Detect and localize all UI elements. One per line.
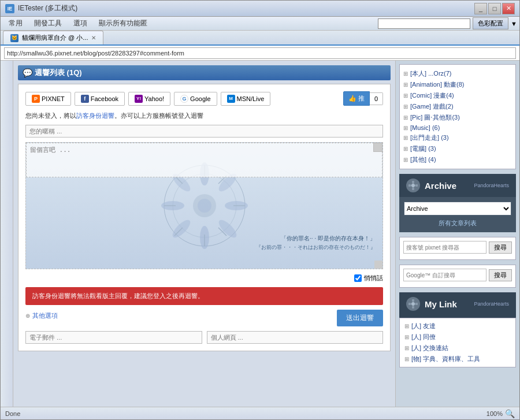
- cat-plus-icon-6: ⊞: [403, 135, 408, 141]
- zoom-icon: 🔍: [505, 409, 515, 418]
- google-search-input[interactable]: [403, 269, 486, 281]
- minimize-button[interactable]: _: [474, 3, 487, 14]
- other-options-row: ⊕ 其他選項: [25, 311, 58, 320]
- active-tab[interactable]: 🐱 貓爛用病罩自介 @ 小... ✕: [3, 31, 103, 44]
- comment-section-title: 週響列表 (1Q): [35, 68, 82, 78]
- mylink-item-2[interactable]: ⊞ [人] 交換連結: [404, 343, 511, 354]
- menu-item-options[interactable]: 選項: [68, 17, 93, 29]
- cat-item-0[interactable]: ⊞ [本人] ...Orz(7): [403, 68, 512, 79]
- decorative-text-japanese: 『お前の罪・・・それはお前の存在そのものだ！』: [256, 244, 376, 251]
- decorative-quote: 「你的罪名·· · 即是你的存在本身！」 『お前の罪・・・それはお前の存在そのも…: [256, 235, 376, 251]
- svg-point-26: [412, 299, 414, 302]
- other-options-toggle[interactable]: 其他選項: [32, 311, 58, 320]
- search-row-1: 搜尋: [403, 241, 512, 254]
- mylink-item-3[interactable]: ⊞ [物] 字典、資料庫、工具: [404, 354, 511, 365]
- right-sidebar: ⊞ [本人] ...Orz(7) ⊞ [Animation] 動畫(8) ⊞ […: [395, 61, 519, 407]
- cat-item-3[interactable]: ⊞ [Game] 遊戲(2): [403, 101, 512, 112]
- close-button[interactable]: ✕: [502, 3, 515, 14]
- archive-widget-header: Archive PandoraHearts: [399, 174, 516, 197]
- email-input[interactable]: [25, 331, 202, 344]
- left-sidebar: [1, 61, 13, 407]
- google-login-button[interactable]: G Google: [174, 92, 217, 106]
- yahoo-login-button[interactable]: Y! Yahoo!: [128, 92, 170, 106]
- mylink-label-0: [人] 友達: [411, 322, 436, 330]
- yahoo-label: Yahoo!: [144, 95, 164, 102]
- tab-bar: 🐱 貓爛用病罩自介 @ 小... ✕: [1, 31, 519, 46]
- textarea-resize-handle[interactable]: [373, 143, 382, 152]
- pixnet-search-button[interactable]: 搜尋: [489, 241, 512, 254]
- address-input[interactable]: [4, 47, 516, 59]
- cat-item-6[interactable]: ⊞ [出門走走] (3): [403, 132, 512, 143]
- maximize-button[interactable]: □: [488, 3, 501, 14]
- google-search-button[interactable]: 搜尋: [489, 269, 512, 281]
- window-controls: _ □ ✕: [474, 3, 515, 14]
- bottom-resize-handle[interactable]: [374, 261, 382, 269]
- msn-login-button[interactable]: M MSN/Live: [221, 92, 271, 106]
- mylink-item-1[interactable]: ⊞ [人] 同僚: [404, 332, 511, 343]
- svg-point-20: [411, 184, 415, 187]
- mylink-plus-2: ⊞: [404, 345, 409, 351]
- cat-item-1[interactable]: ⊞ [Animation] 動畫(8): [403, 79, 512, 90]
- facebook-label: Facebook: [91, 95, 118, 102]
- archive-widget-body: Archive 所有文章列表: [399, 197, 516, 232]
- cat-item-8[interactable]: ⊞ [其他] (4): [403, 154, 512, 165]
- nickname-input[interactable]: [25, 125, 383, 137]
- pixnet-login-button[interactable]: P PIXNET: [25, 92, 71, 106]
- comment-textarea[interactable]: [26, 143, 382, 177]
- svg-point-11: [198, 199, 211, 213]
- color-config-button[interactable]: 色彩配置: [473, 17, 508, 29]
- address-bar: [1, 46, 519, 61]
- mylink-plus-3: ⊞: [404, 356, 409, 362]
- decorative-text-chinese: 「你的罪名·· · 即是你的存在本身！」: [256, 235, 376, 243]
- mylink-plus-0: ⊞: [404, 323, 409, 329]
- main-area: 💬 週響列表 (1Q) P PIXNET f Facebook: [1, 61, 519, 407]
- tab-close-icon[interactable]: ✕: [91, 35, 96, 41]
- cat-item-4[interactable]: ⊞ [Pic] 圖‧其他類(3): [403, 112, 512, 123]
- browser-window: IE IETester (多工模式) _ □ ✕ 常用 開發工具 選項 顯示所有…: [0, 0, 520, 420]
- comment-form: P PIXNET f Facebook Y! Yahoo! G: [18, 84, 391, 351]
- cat-item-7[interactable]: ⊞ [電腦] (3): [403, 143, 512, 154]
- cat-label-6: [出門走走] (3): [410, 133, 449, 142]
- flower-icon: [408, 181, 418, 190]
- comment-area: 「你的罪名·· · 即是你的存在本身！」 『お前の罪・・・それはお前の存在そのも…: [25, 142, 383, 269]
- mylink-item-0[interactable]: ⊞ [人] 友達: [404, 321, 511, 332]
- submit-button[interactable]: 送出迴響: [337, 310, 383, 326]
- guest-link[interactable]: 訪客身份迴響: [76, 112, 114, 119]
- menu-search-area: 色彩配置 ▼: [378, 17, 517, 29]
- like-count: 0: [370, 92, 383, 105]
- facebook-login-button[interactable]: f Facebook: [75, 92, 125, 106]
- svg-point-23: [408, 184, 411, 187]
- window-title: IETester (多工模式): [18, 3, 474, 13]
- cat-plus-icon-0: ⊞: [403, 70, 408, 77]
- mylink-label-3: [物] 字典、資料庫、工具: [411, 355, 480, 363]
- menu-bar: 常用 開發工具 選項 顯示所有功能匿 色彩配置 ▼: [1, 17, 519, 31]
- mylink-widget-header: My Link PandoraHearts: [399, 292, 516, 315]
- yahoo-icon: Y!: [135, 95, 143, 103]
- whisper-row: 悄悄話: [25, 274, 383, 283]
- cat-plus-icon-3: ⊞: [403, 103, 408, 110]
- blog-area: 💬 週響列表 (1Q) P PIXNET f Facebook: [13, 61, 395, 407]
- pixnet-search-input[interactable]: [403, 241, 486, 254]
- zoom-label: 100%: [486, 410, 503, 417]
- mylink-widget: My Link PandoraHearts ⊞ [人] 友達 ⊞ [人] 同僚: [399, 292, 516, 367]
- cat-label-5: [Music] (6): [410, 124, 440, 131]
- title-bar: IE IETester (多工模式) _ □ ✕: [1, 1, 519, 17]
- menu-item-devtools[interactable]: 開發工具: [28, 17, 68, 29]
- mylink-plus-1: ⊞: [404, 334, 409, 340]
- category-list: ⊞ [本人] ...Orz(7) ⊞ [Animation] 動畫(8) ⊞ […: [399, 64, 516, 169]
- archive-select[interactable]: Archive: [404, 202, 511, 215]
- whisper-checkbox[interactable]: [354, 274, 362, 282]
- svg-point-21: [412, 181, 414, 184]
- bottom-inputs-row: [25, 331, 383, 344]
- svg-point-29: [415, 303, 418, 305]
- website-input[interactable]: [207, 331, 384, 344]
- like-button[interactable]: 👍 推: [343, 91, 370, 106]
- menu-item-common[interactable]: 常用: [3, 17, 28, 29]
- facebook-icon: f: [81, 95, 89, 103]
- menu-item-all[interactable]: 顯示所有功能匿: [93, 17, 153, 29]
- archive-all-link[interactable]: 所有文章列表: [404, 219, 511, 228]
- menu-search-input[interactable]: [378, 18, 470, 29]
- cat-item-5[interactable]: ⊞ [Music] (6): [403, 123, 512, 132]
- cat-item-2[interactable]: ⊞ [Comic] 漫畫(4): [403, 90, 512, 101]
- zoom-control: 100% 🔍: [486, 409, 515, 418]
